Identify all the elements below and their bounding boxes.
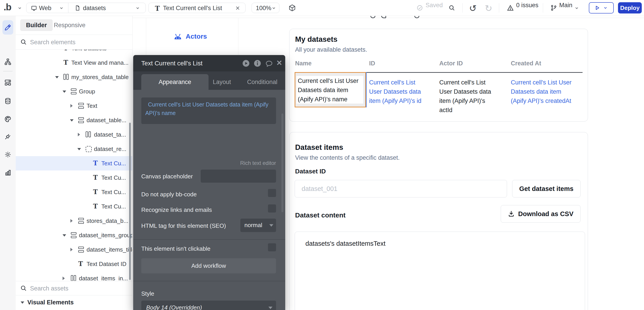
search-elements-input[interactable]	[30, 37, 127, 47]
preview-element-play-icon[interactable]	[242, 59, 250, 67]
caret-expanded[interactable]	[62, 234, 66, 237]
branch-icon	[550, 4, 557, 12]
chevron-down-icon[interactable]	[574, 6, 579, 10]
redo-icon[interactable]: ↻	[485, 3, 492, 14]
rail-plugins-plug-icon[interactable]	[2, 130, 13, 143]
table-cell-id[interactable]: Current cell's List User Datasets data i…	[369, 78, 436, 106]
caret-collapsed[interactable]	[62, 276, 65, 280]
caret-collapsed[interactable]	[78, 133, 80, 136]
close-icon[interactable]	[235, 6, 240, 11]
bubble-logo[interactable]: .b	[4, 2, 11, 13]
property-editor-panel[interactable]: Text Current cell's List ✕ Appearance La…	[133, 55, 285, 310]
panel-scrollbar[interactable]	[282, 113, 284, 212]
tree-item-text-datasets[interactable]: TText Datasets	[16, 50, 132, 56]
tree-item-group[interactable]: Group	[16, 84, 132, 99]
tab-layout[interactable]: Layout	[213, 74, 231, 90]
issues-count[interactable]: 0 issues	[516, 0, 538, 10]
tab-appearance[interactable]: Appearance	[141, 74, 208, 90]
tree-item-dataset-re[interactable]: dataset_re...	[16, 142, 132, 156]
preview-button[interactable]	[589, 2, 614, 14]
rail-components-icon[interactable]	[2, 76, 13, 88]
left-icon-rail	[0, 16, 16, 310]
table-cell-created-at[interactable]: Current cell's List User Datasets data i…	[511, 78, 587, 106]
rich-text-value-box[interactable]: Current cell's List User Datasets data i…	[141, 97, 276, 124]
add-workflow-button[interactable]: Add workflow	[141, 258, 276, 273]
tab-responsive[interactable]: Responsive	[54, 19, 86, 31]
caret-collapsed[interactable]	[70, 104, 73, 108]
tree-item-dataset-table[interactable]: dataset_table...	[16, 113, 132, 127]
comment-bubble-icon[interactable]	[265, 60, 273, 68]
mode-label[interactable]: Web	[39, 3, 51, 13]
caret-expanded[interactable]	[70, 119, 74, 121]
dataset-id-input[interactable]	[301, 182, 502, 195]
dropdown-arrow-icon	[269, 224, 273, 227]
tab-conditional[interactable]: Conditional	[247, 74, 278, 90]
not-clickable-checkbox[interactable]	[268, 243, 276, 251]
zoom-selector[interactable]: 100%	[252, 3, 280, 13]
name-cell-text-element[interactable]: Current cell's List User Datasets data i…	[296, 76, 363, 104]
get-dataset-items-button[interactable]: Get dataset items	[512, 180, 580, 198]
rich-text-expression: Current cell's List User Datasets data i…	[145, 100, 271, 117]
rich-text-editor-link[interactable]: Rich text editor	[240, 160, 276, 166]
zoom-level: 100%	[256, 3, 271, 13]
undo-icon[interactable]: ↺	[469, 3, 477, 14]
deploy-button[interactable]: Deploy	[618, 2, 642, 14]
style-dropdown[interactable]: Body 14 (Overridden)	[141, 300, 276, 310]
tree-item-text-view[interactable]: TText View and mana...	[16, 56, 132, 70]
actors-robot-icon	[173, 32, 182, 40]
caret-expanded[interactable]	[55, 76, 59, 78]
recognize-links-checkbox[interactable]	[268, 204, 276, 213]
tree-item-my-stores-data-table[interactable]: my_stores_data_table	[16, 70, 132, 84]
html-tag-dropdown[interactable]: normal	[240, 219, 276, 232]
tree-item-dataset-items-title[interactable]: dataset_items_title	[16, 242, 132, 257]
tree-item-text-current-cell[interactable]: TText Cu...	[16, 199, 132, 214]
tree-item-dataset-items-in[interactable]: dataset_items_in...	[16, 271, 132, 281]
rail-divider	[3, 71, 12, 71]
rows-group-icon	[78, 218, 84, 224]
open-element-tab[interactable]: T Text Current cell's List	[148, 3, 246, 13]
rail-database-icon[interactable]	[2, 95, 13, 107]
component-cube-icon[interactable]	[288, 4, 296, 12]
chevron-down-icon[interactable]	[18, 6, 22, 10]
tree-item-dataset-items-group[interactable]: dataset_items_group	[16, 228, 132, 242]
caret-collapsed[interactable]	[70, 219, 73, 223]
dataset-content-box[interactable]: datasets's datasetItemsText	[295, 232, 585, 310]
branch-name[interactable]: Main	[559, 0, 572, 10]
caret-expanded[interactable]	[62, 91, 66, 93]
search-assets-input[interactable]	[30, 283, 127, 293]
rail-logs-chart-icon[interactable]	[2, 167, 13, 179]
download-csv-button[interactable]: Download as CSV	[501, 205, 580, 223]
canvas-placeholder-input[interactable]	[201, 170, 276, 183]
info-icon[interactable]	[254, 59, 262, 67]
tab-builder[interactable]: Builder	[20, 19, 53, 31]
search-icon[interactable]	[448, 5, 455, 11]
bbcode-checkbox[interactable]	[268, 189, 276, 197]
page-name[interactable]: datasets	[83, 3, 106, 13]
saved-status: Saved	[426, 0, 443, 10]
tree-item-dataset-ta[interactable]: dataset_ta...	[16, 127, 132, 142]
sidebar-item-actors[interactable]: Actors	[173, 31, 207, 42]
rail-settings-gear-icon[interactable]	[2, 148, 13, 161]
caret-collapsed[interactable]	[70, 248, 73, 251]
visual-elements-section[interactable]: Visual Elements	[16, 295, 132, 310]
tree-item-text-current-cell[interactable]: TText Cu...	[16, 185, 132, 199]
chevron-down-icon[interactable]	[59, 6, 64, 10]
rail-workflow-icon[interactable]	[2, 56, 13, 68]
tree-item-text-group[interactable]: Text	[16, 99, 132, 113]
caret-expanded[interactable]	[77, 148, 81, 150]
property-panel-header[interactable]: Text Current cell's List ✕	[133, 55, 285, 71]
rail-builder-pencil-icon[interactable]	[2, 20, 13, 35]
tree-scrollbar[interactable]	[129, 123, 131, 280]
tree-item-stores-data-b[interactable]: stores_data_b...	[16, 214, 132, 228]
bbcode-label: Do not apply bb-code	[141, 191, 197, 198]
tree-item-text-current-cell-selected[interactable]: TText Cu...	[16, 156, 132, 171]
my-datasets-title: My datasets	[295, 35, 338, 44]
rail-styles-palette-icon[interactable]	[2, 113, 13, 125]
html-tag-value: normal	[244, 222, 262, 229]
selected-name-cell[interactable]: Current cell's List User Datasets data i…	[295, 72, 366, 107]
tree-item-text-current-cell[interactable]: TText Cu...	[16, 171, 132, 185]
chevron-down-icon[interactable]	[136, 6, 140, 10]
close-icon[interactable]: ✕	[276, 55, 282, 71]
divider	[543, 3, 543, 13]
tree-item-text-dataset-id[interactable]: TText Dataset ID	[16, 257, 132, 271]
